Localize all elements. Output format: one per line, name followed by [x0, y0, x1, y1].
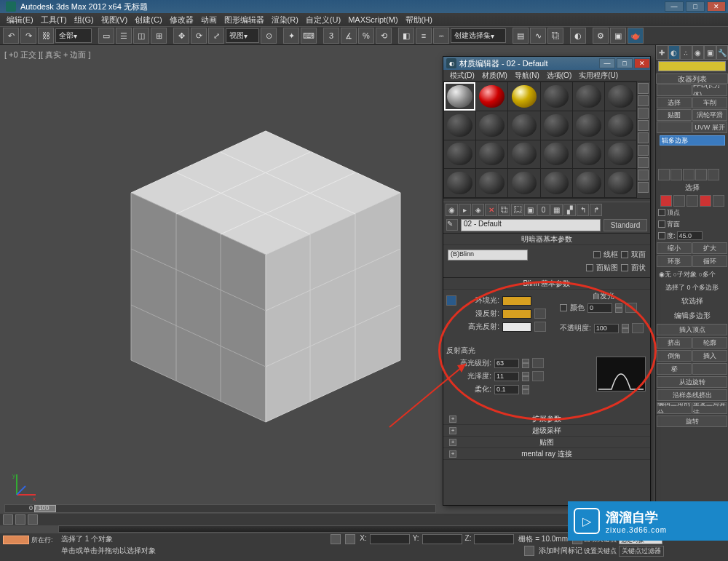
expand-button[interactable]: 扩大 — [692, 242, 727, 254]
mod-btn-uvw[interactable]: UVW 展开 — [692, 122, 727, 133]
vertex-check[interactable] — [658, 209, 665, 216]
gloss-spinner[interactable] — [522, 372, 529, 381]
undo-button[interactable]: ↶ — [3, 28, 19, 44]
sample-slot-15[interactable] — [508, 140, 539, 169]
shader-basic-rollout-header[interactable]: 明暗器基本参数 — [443, 234, 650, 245]
video-check-button[interactable] — [638, 132, 649, 143]
layers-button[interactable]: ▤ — [513, 28, 529, 44]
bevel-button[interactable]: 倒角 — [657, 350, 692, 362]
medit-menu-options[interactable]: 选项(O) — [543, 71, 575, 81]
make-preview-button[interactable] — [638, 145, 649, 156]
selection-filter-combo[interactable]: 全部 ▾ — [55, 28, 92, 43]
sample-slot-16[interactable] — [541, 140, 572, 169]
quick-align-button[interactable]: ⎓ — [433, 28, 449, 44]
sample-slot-19[interactable] — [444, 169, 475, 197]
medit-menu-material[interactable]: 材质(M) — [478, 71, 511, 81]
softsel-rollout-header[interactable]: 软选择 — [656, 294, 728, 309]
medit-menu-util[interactable]: 实用程序(U) — [575, 71, 622, 81]
sample-slot-17[interactable] — [573, 140, 604, 169]
mirror-button[interactable]: ◧ — [398, 28, 414, 44]
stack-config-button[interactable] — [708, 169, 719, 180]
viewport-label[interactable]: [ +0 正交 ][ 真实 + 边面 ] — [4, 49, 91, 60]
angle-check[interactable] — [658, 232, 665, 239]
redo-button[interactable]: ↷ — [20, 28, 36, 44]
loop-button[interactable]: 循环 — [692, 255, 727, 267]
select-button[interactable]: ▭ — [98, 28, 114, 44]
flip-button[interactable] — [692, 363, 727, 375]
mat-map-nav-button[interactable] — [638, 182, 649, 193]
show-map-button[interactable]: ▦ — [550, 204, 563, 216]
menu-group[interactable]: 组(G) — [71, 15, 98, 25]
rotate-button[interactable]: ⟳ — [191, 28, 207, 44]
edit-tri-button[interactable]: 编辑三角剖分 — [657, 402, 692, 414]
soften-spinner[interactable] — [522, 385, 529, 394]
medit-menu-mode[interactable]: 模式(D) — [446, 71, 478, 81]
opacity-value-input[interactable] — [594, 324, 619, 333]
select-region-button[interactable]: ◫ — [133, 28, 149, 44]
angle-snap-button[interactable]: ∡ — [341, 28, 357, 44]
mod-btn-map[interactable]: 贴图 — [657, 109, 692, 121]
back-check[interactable] — [658, 220, 665, 228]
sample-slot-9[interactable] — [508, 111, 539, 140]
menu-render[interactable]: 渲染(R) — [268, 15, 302, 25]
background-button[interactable] — [638, 108, 649, 119]
curve-editor-button[interactable]: ∿ — [530, 28, 546, 44]
sample-slot-23[interactable] — [573, 169, 604, 197]
cmd-tab-hierarchy[interactable]: ⛬ — [680, 45, 692, 60]
sample-slot-1[interactable] — [444, 82, 475, 111]
menu-maxscript[interactable]: MAXScript(M) — [344, 15, 401, 24]
object-name-field[interactable] — [658, 61, 726, 71]
timeline-ruler[interactable] — [58, 525, 582, 533]
menu-help[interactable]: 帮助(H) — [402, 15, 436, 25]
assign-mat-button[interactable]: ◈ — [472, 204, 484, 216]
insert-vertex-button[interactable]: 插入顶点 — [657, 324, 727, 335]
sample-slot-24[interactable] — [605, 169, 636, 197]
pick-mat-button[interactable]: ✎ — [446, 219, 458, 231]
spinner-snap-button[interactable]: ⟲ — [376, 28, 392, 44]
menu-view[interactable]: 视图(V) — [98, 15, 132, 25]
cmd-tab-motion[interactable]: ◉ — [692, 45, 705, 60]
diffuse-color-swatch[interactable] — [502, 309, 531, 319]
self-illum-color-check[interactable] — [560, 304, 567, 311]
spec-level-spinner[interactable] — [522, 359, 529, 368]
faceted-check[interactable] — [621, 264, 628, 271]
material-editor-titlebar[interactable]: ◐ 材质编辑器 - 02 - Default — □ ✕ — [443, 57, 650, 70]
extended-params-rollout-header[interactable]: +扩展参数 — [443, 413, 650, 425]
stack-unique-button[interactable] — [683, 169, 695, 180]
mod-btn-ffd[interactable]: FFD(长方体) — [692, 84, 727, 96]
medit-menu-nav[interactable]: 导航(N) — [511, 71, 543, 81]
trackbar-btn1[interactable] — [3, 514, 13, 525]
editpoly-rollout-header[interactable]: 编辑多边形 — [656, 309, 728, 323]
z-coord-input[interactable] — [474, 534, 514, 544]
window-crossing-button[interactable]: ⊞ — [151, 28, 167, 44]
cmd-tab-display[interactable]: ▣ — [704, 45, 716, 60]
stack-show-button[interactable] — [670, 169, 682, 180]
extrude-spline-button[interactable]: 沿样条线挤出 — [657, 389, 727, 401]
spec-level-map-button[interactable] — [532, 358, 544, 368]
face-map-check[interactable] — [586, 264, 593, 271]
render-frame-button[interactable]: ▣ — [610, 28, 626, 44]
sample-slot-3[interactable] — [508, 82, 539, 111]
sample-slot-13[interactable] — [444, 140, 475, 169]
subobj-vertex-button[interactable] — [660, 195, 672, 207]
move-button[interactable]: ✥ — [173, 28, 189, 44]
sample-slot-10[interactable] — [541, 111, 572, 140]
spec-level-input[interactable] — [494, 359, 519, 368]
diffuse-map-button[interactable] — [534, 309, 546, 319]
add-time-tag-label[interactable]: 添加时间标记 — [539, 546, 582, 556]
align-button[interactable]: ≡ — [416, 28, 432, 44]
inset-button[interactable]: 插入 — [692, 350, 727, 362]
keymode-button[interactable]: ⌨ — [301, 28, 317, 44]
subobj-poly-button[interactable] — [700, 195, 711, 207]
close-button[interactable]: ✕ — [707, 1, 726, 12]
cmd-tab-create[interactable]: ✚ — [656, 45, 668, 60]
gloss-map-button[interactable] — [532, 371, 544, 381]
blinn-basic-rollout-header[interactable]: Blinn 基本参数 — [443, 278, 650, 290]
opacity-map-button[interactable] — [632, 323, 644, 333]
two-sided-check[interactable] — [621, 251, 628, 258]
sample-slot-4[interactable] — [541, 82, 572, 111]
wire-check[interactable] — [593, 251, 601, 258]
mod-btn-turbo[interactable]: 涡轮平滑 — [692, 109, 727, 121]
select-by-mat-button[interactable] — [638, 170, 649, 180]
sample-slot-12[interactable] — [605, 111, 636, 140]
